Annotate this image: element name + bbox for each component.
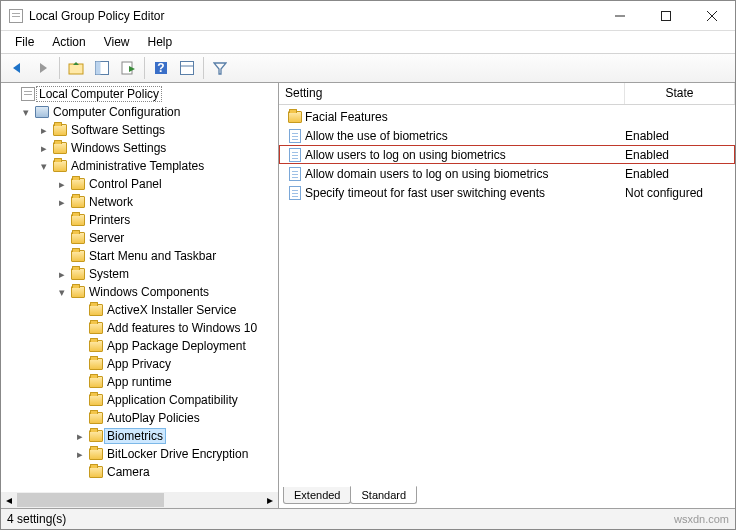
- folder-icon: [89, 322, 103, 334]
- tree-autoplay[interactable]: AutoPlay Policies: [1, 409, 278, 427]
- folder-icon: [89, 358, 103, 370]
- list-item-policy[interactable]: Specify timeout for fast user switching …: [279, 183, 735, 202]
- minimize-button[interactable]: [597, 1, 643, 31]
- column-headers: Setting State: [279, 83, 735, 105]
- folder-icon: [53, 142, 67, 154]
- statusbar: 4 setting(s) wsxdn.com: [1, 509, 735, 529]
- tree-horizontal-scrollbar[interactable]: ◂ ▸: [1, 492, 278, 508]
- back-button[interactable]: [5, 56, 29, 80]
- menu-action[interactable]: Action: [44, 33, 93, 51]
- tree-administrative-templates[interactable]: ▾Administrative Templates: [1, 157, 278, 175]
- folder-icon: [89, 340, 103, 352]
- tree-activex[interactable]: ActiveX Installer Service: [1, 301, 278, 319]
- column-setting[interactable]: Setting: [279, 83, 625, 104]
- tree-windows-components[interactable]: ▾Windows Components: [1, 283, 278, 301]
- settings-list: Facial Features Allow the use of biometr…: [279, 105, 735, 486]
- list-item-policy[interactable]: Allow users to log on using biometrics E…: [279, 145, 735, 164]
- svg-marker-5: [40, 63, 47, 73]
- chevron-right-icon[interactable]: ▸: [55, 268, 69, 281]
- tree-root[interactable]: Local Computer Policy: [1, 85, 278, 103]
- scroll-right-button[interactable]: ▸: [262, 492, 278, 508]
- tree-system[interactable]: ▸System: [1, 265, 278, 283]
- tree-app-privacy[interactable]: App Privacy: [1, 355, 278, 373]
- chevron-right-icon[interactable]: ▸: [37, 124, 51, 137]
- maximize-button[interactable]: [643, 1, 689, 31]
- close-button[interactable]: [689, 1, 735, 31]
- scroll-thumb[interactable]: [17, 493, 164, 507]
- list-item-folder[interactable]: Facial Features: [279, 107, 735, 126]
- tree-windows-settings[interactable]: ▸Windows Settings: [1, 139, 278, 157]
- tab-standard[interactable]: Standard: [350, 486, 417, 504]
- tree-app-runtime[interactable]: App runtime: [1, 373, 278, 391]
- separator: [59, 57, 60, 79]
- svg-marker-4: [13, 63, 20, 73]
- help-button[interactable]: ?: [149, 56, 173, 80]
- export-button[interactable]: [116, 56, 140, 80]
- policy-icon: [289, 148, 301, 162]
- up-button[interactable]: [64, 56, 88, 80]
- folder-icon: [89, 430, 103, 442]
- tree-computer-configuration[interactable]: ▾Computer Configuration: [1, 103, 278, 121]
- app-icon: [9, 9, 23, 23]
- tree-software-settings[interactable]: ▸Software Settings: [1, 121, 278, 139]
- svg-rect-9: [96, 62, 101, 75]
- svg-rect-1: [662, 11, 671, 20]
- view-tabs: Extended Standard: [279, 486, 735, 508]
- tree-printers[interactable]: Printers: [1, 211, 278, 229]
- tree-camera[interactable]: Camera: [1, 463, 278, 481]
- tree-server[interactable]: Server: [1, 229, 278, 247]
- folder-icon: [71, 250, 85, 262]
- separator: [144, 57, 145, 79]
- chevron-right-icon[interactable]: ▸: [73, 430, 87, 443]
- chevron-down-icon[interactable]: ▾: [19, 106, 33, 119]
- chevron-right-icon[interactable]: ▸: [55, 178, 69, 191]
- tree-app-compat[interactable]: Application Compatibility: [1, 391, 278, 409]
- tree-add-features[interactable]: Add features to Windows 10: [1, 319, 278, 337]
- policy-icon: [289, 167, 301, 181]
- folder-icon: [89, 304, 103, 316]
- folder-icon: [53, 160, 67, 172]
- folder-icon: [53, 124, 67, 136]
- separator: [203, 57, 204, 79]
- options-button[interactable]: [175, 56, 199, 80]
- list-item-policy[interactable]: Allow the use of biometrics Enabled: [279, 126, 735, 145]
- tab-extended[interactable]: Extended: [283, 487, 351, 504]
- chevron-right-icon[interactable]: ▸: [73, 448, 87, 461]
- filter-button[interactable]: [208, 56, 232, 80]
- chevron-down-icon[interactable]: ▾: [37, 160, 51, 173]
- tree-scroll[interactable]: Local Computer Policy ▾Computer Configur…: [1, 83, 278, 492]
- tree-app-package[interactable]: App Package Deployment: [1, 337, 278, 355]
- tree-start-menu[interactable]: Start Menu and Taskbar: [1, 247, 278, 265]
- tree-bitlocker[interactable]: ▸BitLocker Drive Encryption: [1, 445, 278, 463]
- scroll-left-button[interactable]: ◂: [1, 492, 17, 508]
- list-item-policy[interactable]: Allow domain users to log on using biome…: [279, 164, 735, 183]
- policy-icon: [289, 129, 301, 143]
- menu-view[interactable]: View: [96, 33, 138, 51]
- chevron-down-icon[interactable]: ▾: [55, 286, 69, 299]
- tree-network[interactable]: ▸Network: [1, 193, 278, 211]
- column-state[interactable]: State: [625, 83, 735, 104]
- folder-icon: [89, 376, 103, 388]
- folder-icon: [89, 448, 103, 460]
- folder-icon: [71, 196, 85, 208]
- forward-button[interactable]: [31, 56, 55, 80]
- work-area: Local Computer Policy ▾Computer Configur…: [1, 83, 735, 509]
- folder-icon: [71, 214, 85, 226]
- tree-biometrics[interactable]: ▸Biometrics: [1, 427, 278, 445]
- svg-rect-14: [181, 62, 194, 75]
- chevron-right-icon[interactable]: ▸: [55, 196, 69, 209]
- svg-rect-6: [69, 64, 83, 74]
- chevron-right-icon[interactable]: ▸: [37, 142, 51, 155]
- status-count: 4 setting(s): [7, 512, 66, 526]
- svg-text:?: ?: [157, 61, 164, 75]
- show-hide-tree-button[interactable]: [90, 56, 114, 80]
- tree-control-panel[interactable]: ▸Control Panel: [1, 175, 278, 193]
- menu-file[interactable]: File: [7, 33, 42, 51]
- tree-pane: Local Computer Policy ▾Computer Configur…: [1, 83, 279, 508]
- folder-icon: [71, 178, 85, 190]
- svg-marker-16: [214, 63, 226, 74]
- policy-icon: [289, 186, 301, 200]
- folder-icon: [89, 394, 103, 406]
- menu-help[interactable]: Help: [140, 33, 181, 51]
- titlebar: Local Group Policy Editor: [1, 1, 735, 31]
